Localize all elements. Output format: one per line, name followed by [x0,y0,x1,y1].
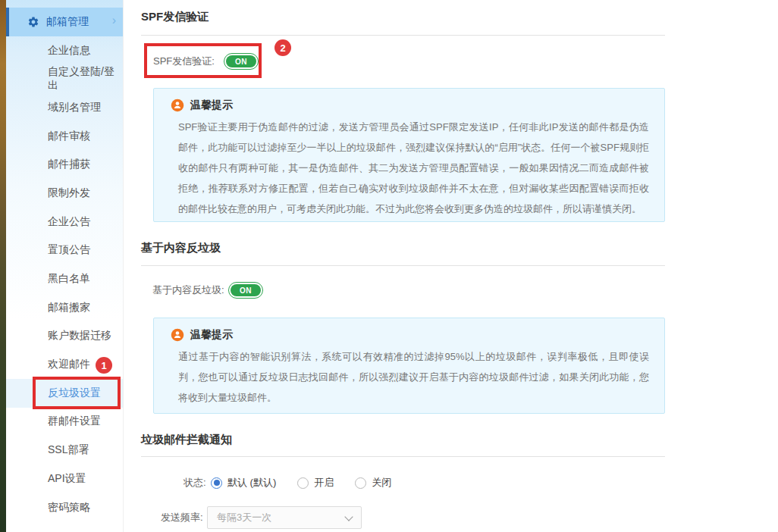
sidebar-item-label: 密码策略 [48,501,90,515]
frequency-select[interactable]: 每隔3天一次 [207,506,362,529]
sidebar-item-group-mail-settings[interactable]: 群邮件设置 [6,408,123,437]
sidebar-item-black-white-list[interactable]: 黑白名单 [6,264,123,293]
sidebar-item-label: 域别名管理 [48,101,101,114]
tip-title: 温馨提示 [190,328,233,342]
frequency-label: 发送频率: [161,506,203,529]
radio-default[interactable]: 默认 (默认) [211,476,276,490]
radio-on[interactable]: 开启 [297,476,334,490]
chevron-right-icon: › [112,14,116,27]
content-antispam-toggle[interactable]: ON [228,282,263,299]
content-antispam-tip-box: 温馨提示 通过基于内容的智能识别算法，系统可以有效精准的过滤掉95%以上的垃圾邮… [153,318,665,414]
sidebar: 邮箱管理 › 企业信息 自定义登陆/登出 域别名管理 邮件审核 邮件捕获 限制外… [6,0,124,532]
sidebar-item-account-data-migration[interactable]: 账户数据迁移 [6,322,123,351]
sidebar-item-label: 黑白名单 [48,272,90,286]
sidebar-item-mail-capture[interactable]: 邮件捕获 [6,150,123,179]
sidebar-item-label: SSL部署 [48,443,89,457]
section-title-content-antispam: 基于内容反垃圾 [141,241,221,255]
tip-body-text: SPF验证主要用于伪造邮件的过滤，发送方管理员会通过SPF限定发送IP，任何非此… [178,117,649,219]
sidebar-item-pinned-announcement[interactable]: 置顶公告 [6,236,123,265]
sidebar-item-label: 群邮件设置 [48,415,101,428]
spf-toggle[interactable]: ON [224,53,259,70]
sidebar-item-label: 企业信息 [48,44,90,58]
sidebar-item-custom-login-logout[interactable]: 自定义登陆/登出 [6,64,123,93]
sidebar-item-company-announcement[interactable]: 企业公告 [6,208,123,236]
sidebar-item-domain-alias[interactable]: 域别名管理 [6,93,123,122]
sidebar-item-label: API设置 [48,472,86,486]
sidebar-item-antispam-settings[interactable]: 反垃圾设置 [6,379,123,408]
desktop-background-strip [0,0,6,532]
radio-off[interactable]: 关闭 [355,476,391,490]
content-antispam-toggle-label: 基于内容反垃圾: [152,279,224,302]
spf-toggle-label: SPF发信验证: [153,50,215,73]
status-label: 状态: [184,471,206,494]
radio-button-checked-icon[interactable] [211,477,222,489]
radio-label: 默认 (默认) [227,476,276,490]
annotation-step-badge: 2 [274,39,291,56]
divider [141,265,665,266]
spf-tip-box: 温馨提示 SPF验证主要用于伪造邮件的过滤，发送方管理员会通过SPF限定发送IP… [153,88,665,222]
sidebar-item-label: 自定义登陆/登出 [48,65,123,92]
radio-button-icon[interactable] [297,477,309,489]
radio-button-icon[interactable] [355,477,366,489]
annotation-step-badge: 1 [96,357,112,374]
tip-person-icon [171,328,184,342]
gear-icon [27,16,39,28]
divider [141,456,665,457]
radio-label: 开启 [314,476,334,490]
tip-person-icon [171,99,184,112]
section-title-spf: SPF发信验证 [141,10,209,24]
radio-label: 关闭 [372,476,391,490]
antispam-settings-page: { "colors": { "toggle_green": "#2da44e",… [0,0,778,532]
chevron-down-icon [344,512,353,521]
sidebar-item-label: 反垃圾设置 [48,386,101,400]
sidebar-item-company-info[interactable]: 企业信息 [6,36,123,65]
sidebar-item-outbound-limit[interactable]: 限制外发 [6,179,123,208]
sidebar-item-label: 限制外发 [48,186,90,200]
sidebar-item-mailbox-management[interactable]: 邮箱管理 › [6,8,123,36]
section-title-spam-notice: 垃圾邮件拦截通知 [141,433,232,447]
sidebar-item-ssl-deploy[interactable]: SSL部署 [6,436,123,465]
sidebar-item-label: 邮箱搬家 [48,301,90,315]
toggle-on-state: ON [226,55,256,67]
status-radio-group: 默认 (默认) 开启 关闭 [211,471,391,494]
frequency-selected-value: 每隔3天一次 [217,511,271,524]
tip-body-text: 通过基于内容的智能识别算法，系统可以有效精准的过滤掉95%以上的垃圾邮件，误判率… [178,346,649,408]
main-content: SPF发信验证 SPF发信验证: ON 温馨提示 SPF验证主要用于伪造邮件的过… [124,0,778,532]
sidebar-item-mail-audit[interactable]: 邮件审核 [6,122,123,151]
sidebar-item-password-policy[interactable]: 密码策略 [6,493,123,522]
sidebar-item-label: 账户数据迁移 [48,329,111,343]
sidebar-item-label: 企业公告 [48,215,90,229]
sidebar-item-api-settings[interactable]: API设置 [6,465,123,493]
sidebar-item-label: 邮件捕获 [48,158,90,171]
sidebar-item-mailbox-migration[interactable]: 邮箱搬家 [6,293,123,322]
tip-header: 温馨提示 [171,98,649,113]
toggle-on-state: ON [231,284,261,296]
tip-header: 温馨提示 [171,327,649,343]
divider [141,35,665,36]
sidebar-item-label: 邮件审核 [48,130,90,143]
sidebar-item-label: 邮箱管理 [46,15,89,29]
tip-title: 温馨提示 [190,99,233,112]
sidebar-item-label: 欢迎邮件 [48,358,90,371]
sidebar-item-label: 置顶公告 [48,243,90,257]
sidebar-menu: 邮箱管理 › 企业信息 自定义登陆/登出 域别名管理 邮件审核 邮件捕获 限制外… [6,0,123,521]
